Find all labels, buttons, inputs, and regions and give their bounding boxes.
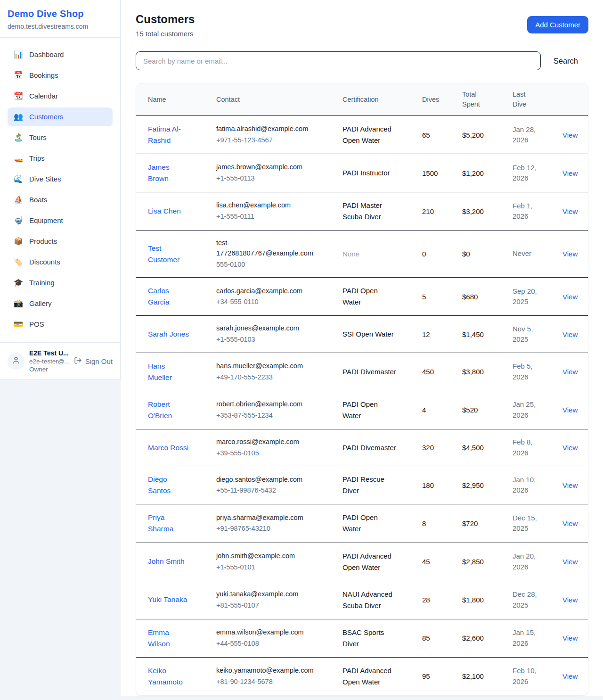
customer-total-spent: $2,850 [456, 543, 507, 581]
sidebar-item-bookings[interactable]: 📅 Bookings [8, 66, 113, 85]
view-link[interactable]: View [562, 368, 578, 376]
customer-last-dive: Feb 5, 2026 [513, 361, 539, 382]
sidebar-item-trips[interactable]: 🚤 Trips [8, 149, 113, 168]
customer-email: emma.wilson@example.com [216, 627, 318, 638]
table-row: James Brown james.brown@example.com +1-5… [136, 154, 588, 192]
table-row: Keiko Yamamoto keiko.yamamoto@example.co… [136, 657, 588, 695]
customer-name-link[interactable]: Robert O'Brien [148, 399, 190, 421]
view-link[interactable]: View [562, 131, 578, 139]
customer-phone: +1-555-0111 [216, 212, 331, 222]
customer-name-link[interactable]: Diego Santos [148, 474, 190, 496]
view-link[interactable]: View [562, 596, 578, 604]
sidebar-item-dashboard[interactable]: 📊 Dashboard [8, 45, 113, 64]
customer-phone: +91-98765-43210 [216, 524, 331, 534]
customer-name-link[interactable]: John Smith [148, 556, 185, 567]
customer-total-spent: $1,450 [456, 316, 507, 353]
customer-dives: 45 [416, 543, 456, 581]
sidebar-item-label: Discounts [29, 257, 60, 267]
col-header-contact: Contact [211, 83, 337, 116]
sign-out-label: Sign Out [85, 357, 113, 365]
sidebar-item-label: Calendar [29, 91, 58, 101]
view-link[interactable]: View [562, 169, 578, 177]
customer-name-link[interactable]: Carlos Garcia [148, 285, 190, 308]
customer-name-link[interactable]: Yuki Tanaka [148, 594, 187, 605]
sign-out-button[interactable]: Sign Out [74, 356, 113, 366]
sidebar-item-tours[interactable]: 🏝️ Tours [8, 128, 113, 147]
view-link[interactable]: View [562, 293, 578, 301]
sidebar-item-calendar[interactable]: 📆 Calendar [8, 87, 113, 106]
sidebar-item-gallery[interactable]: 📸 Gallery [8, 294, 113, 313]
search-row: Search [136, 51, 588, 70]
customer-name-link[interactable]: Priya Sharma [148, 512, 190, 535]
customer-total-spent: $680 [456, 278, 507, 316]
view-link[interactable]: View [562, 406, 578, 414]
customer-email: marco.rossi@example.com [216, 437, 318, 447]
col-header-name: Name [136, 83, 211, 116]
sidebar-item-boats[interactable]: ⛵ Boats [8, 190, 113, 209]
customer-last-dive: Never [513, 248, 539, 259]
customer-name-link[interactable]: Emma Wilson [148, 627, 190, 650]
shop-title: Demo Dive Shop [8, 8, 113, 19]
view-link[interactable]: View [562, 634, 578, 642]
customer-last-dive: Feb 12, 2026 [513, 163, 539, 184]
wave-icon: 🌊 [14, 174, 23, 184]
credit-card-icon: 💳 [14, 319, 23, 329]
sidebar-item-label: Equipment [29, 215, 63, 226]
customer-total-spent: $720 [456, 504, 507, 543]
view-link[interactable]: View [562, 207, 578, 215]
customer-dives: 320 [416, 429, 456, 466]
customer-dives: 12 [416, 316, 456, 353]
customer-dives: 28 [416, 581, 456, 619]
table-row: Priya Sharma priya.sharma@example.com +9… [136, 504, 588, 543]
sidebar-header: Demo Dive Shop demo.test.divestreams.com [0, 0, 120, 38]
customer-name-link[interactable]: Lisa Chen [148, 206, 181, 217]
customer-total-spent: $3,800 [456, 353, 507, 391]
view-link[interactable]: View [562, 558, 578, 566]
add-customer-button[interactable]: Add Customer [527, 16, 588, 33]
view-link[interactable]: View [562, 250, 578, 258]
sidebar-item-training[interactable]: 🎓 Training [8, 273, 113, 292]
logout-icon [74, 356, 82, 366]
sidebar-item-dive-sites[interactable]: 🌊 Dive Sites [8, 170, 113, 189]
customer-last-dive: Jan 15, 2026 [513, 627, 539, 649]
camera-icon: 📸 [14, 298, 23, 309]
avatar [8, 353, 24, 370]
view-link[interactable]: View [562, 444, 578, 452]
customer-dives: 180 [416, 466, 456, 504]
search-button[interactable]: Search [541, 57, 588, 66]
customer-name-link[interactable]: Keiko Yamamoto [148, 665, 190, 688]
customer-name-link[interactable]: Sarah Jones [148, 329, 189, 340]
view-link[interactable]: View [562, 519, 578, 527]
customer-total-spent: $520 [456, 391, 507, 429]
customer-name-link[interactable]: Test Customer [148, 243, 190, 265]
customer-last-dive: Jan 25, 2026 [513, 399, 539, 420]
customer-email: hans.mueller@example.com [216, 361, 318, 371]
customer-email: diego.santos@example.com [216, 475, 318, 485]
customer-certification: PADI Instructor [342, 167, 398, 179]
sidebar-item-products[interactable]: 📦 Products [8, 232, 113, 251]
view-link[interactable]: View [562, 481, 578, 489]
sidebar-item-discounts[interactable]: 🏷️ Discounts [8, 253, 113, 272]
user-name: E2E Test U... [29, 349, 69, 357]
customer-last-dive: Nov 5, 2025 [513, 324, 539, 345]
col-header-actions [557, 83, 588, 116]
customer-name-link[interactable]: Hans Mueller [148, 361, 190, 383]
sidebar-item-customers[interactable]: 👥 Customers [8, 107, 113, 126]
customer-dives: 450 [416, 353, 456, 391]
sidebar-item-equipment[interactable]: 🤿 Equipment [8, 211, 113, 230]
customer-name-link[interactable]: Marco Rossi [148, 442, 188, 453]
table-row: Marco Rossi marco.rossi@example.com +39-… [136, 429, 588, 466]
calendar-date-icon: 📅 [14, 70, 23, 81]
customer-certification: None [342, 248, 398, 260]
view-link[interactable]: View [562, 330, 578, 338]
view-link[interactable]: View [562, 672, 578, 680]
customer-name-link[interactable]: Fatima Al-Rashid [148, 124, 190, 146]
sidebar-item-pos[interactable]: 💳 POS [8, 315, 113, 334]
customer-name-link[interactable]: James Brown [148, 162, 190, 184]
shop-domain: demo.test.divestreams.com [8, 23, 113, 30]
customer-certification: PADI Divemaster [342, 442, 398, 453]
search-input[interactable] [136, 51, 541, 70]
customer-email: carlos.garcia@example.com [216, 286, 318, 296]
table-row: John Smith john.smith@example.com +1-555… [136, 543, 588, 581]
table-row: Yuki Tanaka yuki.tanaka@example.com +81-… [136, 581, 588, 619]
